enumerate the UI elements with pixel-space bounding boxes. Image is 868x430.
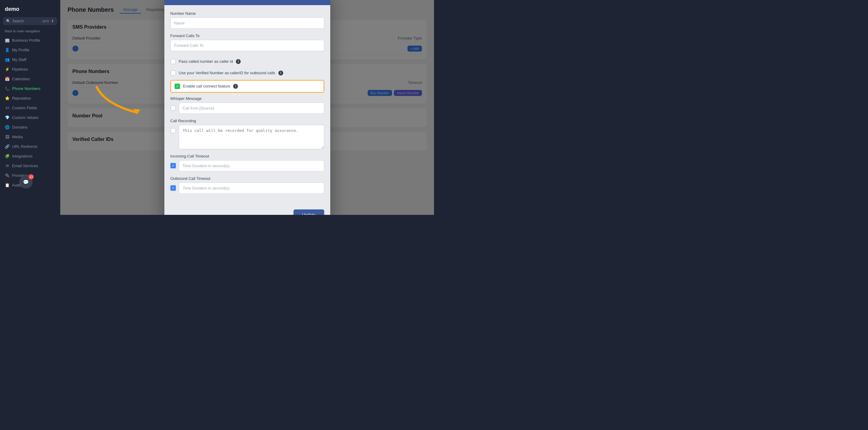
email-icon: ✉: [5, 163, 10, 168]
sidebar-item-label: Custom Values: [12, 115, 38, 120]
sidebar-item-label: Pipelines: [12, 67, 28, 71]
forward-calls-label: Forward Calls To: [170, 33, 324, 38]
sidebar-item-label: My Profile: [12, 48, 30, 52]
sidebar-item-label: Reputation: [12, 96, 31, 101]
sidebar-item-label: Calendars: [12, 77, 30, 81]
checkmark-icon: ✓: [172, 186, 175, 190]
sidebar-item-integrations[interactable]: 🧩 Integrations: [0, 151, 60, 161]
incoming-timeout-group: Incoming Call Timeout ✓: [170, 154, 324, 171]
modal-header: Number - +19498285943 ×: [164, 0, 330, 5]
sidebar-item-email-services[interactable]: ✉ Email Services: [0, 161, 60, 171]
sidebar-item-label: Phone Numbers: [12, 86, 40, 91]
search-bar[interactable]: 🔍 Search ctrl K ⬆: [3, 17, 57, 25]
sidebar-item-label: Domains: [12, 125, 27, 130]
sidebar-item-business-profile[interactable]: 🏢 Business Profile: [0, 35, 60, 45]
star-icon: ⭐: [5, 96, 10, 101]
forward-calls-group: Forward Calls To: [170, 33, 324, 51]
forward-calls-input[interactable]: [170, 40, 324, 51]
sidebar-item-media[interactable]: 🖼 Media: [0, 132, 60, 142]
incoming-timeout-checkbox[interactable]: ✓: [170, 163, 176, 168]
sidebar-item-calendars[interactable]: 📅 Calendars: [0, 74, 60, 84]
log-icon: 📋: [5, 182, 10, 188]
globe-icon: 🌐: [5, 125, 10, 130]
image-icon: 🖼: [5, 134, 10, 139]
pass-caller-id-checkbox[interactable]: [170, 59, 176, 64]
sidebar-item-label: Email Services: [12, 164, 38, 168]
sidebar-item-reputation[interactable]: ⭐ Reputation: [0, 93, 60, 103]
sidebar-item-phone-numbers[interactable]: 📞 Phone Numbers: [0, 84, 60, 93]
checkmark-icon: ✓: [176, 85, 179, 88]
modal-title: Number - +19498285943: [170, 0, 224, 0]
modal-overlay[interactable]: Number - +19498285943 × Number Name Forw…: [60, 0, 434, 215]
calendar-icon: 📅: [5, 76, 10, 81]
phone-icon: 📞: [5, 86, 10, 91]
enable-call-connect-row: ✓ Enable call connect feature i: [170, 80, 324, 93]
sidebar-item-label: Media: [12, 135, 23, 139]
fields-icon: 🏷: [5, 105, 10, 110]
use-verified-number-row: Use your Verified Number as callerID for…: [170, 67, 324, 79]
sidebar-item-my-profile[interactable]: 👤 My Profile: [0, 45, 60, 55]
svg-marker-0: [133, 109, 140, 115]
number-name-group: Number Name: [170, 11, 324, 29]
outbound-timeout-row: ✓: [170, 182, 324, 194]
upload-icon: ⬆: [51, 19, 54, 23]
arrow-annotation: [85, 82, 154, 121]
chat-bubble[interactable]: 💬 13: [19, 175, 33, 189]
sidebar: demo 🔍 Search ctrl K ⬆ Back to main navi…: [0, 0, 60, 215]
sidebar-item-label: URL Redirects: [12, 144, 37, 149]
link-icon: 🔗: [5, 144, 10, 149]
call-recording-textarea[interactable]: [179, 125, 324, 149]
sidebar-item-my-staff[interactable]: 👥 My Staff: [0, 55, 60, 64]
puzzle-icon: 🧩: [5, 153, 10, 159]
outbound-timeout-checkbox[interactable]: ✓: [170, 185, 176, 191]
provider-icon: 🔌: [5, 173, 10, 178]
users-icon: 👥: [5, 57, 10, 62]
incoming-timeout-label: Incoming Call Timeout: [170, 154, 324, 159]
whisper-message-input[interactable]: [179, 103, 324, 114]
pipeline-icon: ⚡: [5, 67, 10, 71]
search-label: Search: [12, 19, 24, 23]
back-navigation[interactable]: Back to main navigation: [0, 28, 60, 35]
sidebar-item-label: Custom Fields: [12, 106, 37, 110]
number-name-input[interactable]: [170, 18, 324, 29]
modal-close-button[interactable]: ×: [321, 0, 324, 0]
sidebar-item-url-redirects[interactable]: 🔗 URL Redirects: [0, 142, 60, 151]
enable-call-connect-checkbox[interactable]: ✓: [175, 84, 180, 89]
whisper-message-group: Whisper Message: [170, 96, 324, 114]
user-icon: 👤: [5, 47, 10, 52]
use-verified-number-checkbox[interactable]: [170, 70, 176, 76]
app-logo: demo: [0, 4, 60, 17]
outbound-timeout-label: Outbound Call Timeout: [170, 176, 324, 181]
pass-caller-id-label: Pass called number as caller id: [179, 59, 233, 64]
enable-call-connect-info-icon[interactable]: i: [233, 84, 238, 89]
number-name-label: Number Name: [170, 11, 324, 16]
whisper-message-label: Whisper Message: [170, 96, 324, 101]
pass-caller-id-info-icon[interactable]: i: [236, 59, 241, 64]
call-recording-row: [170, 125, 324, 149]
outbound-timeout-input[interactable]: [179, 182, 324, 194]
outbound-timeout-group: Outbound Call Timeout ✓: [170, 176, 324, 194]
modal-body: Number Name Forward Calls To Pass called…: [164, 5, 330, 205]
sidebar-item-custom-values[interactable]: 💎 Custom Values: [0, 113, 60, 122]
incoming-timeout-row: ✓: [170, 160, 324, 171]
call-recording-checkbox[interactable]: [170, 128, 176, 133]
sidebar-item-domains[interactable]: 🌐 Domains: [0, 122, 60, 132]
call-recording-group: Call Recording: [170, 119, 324, 149]
background-page: demo 🔍 Search ctrl K ⬆ Back to main navi…: [0, 0, 434, 215]
modal-dialog: Number - +19498285943 × Number Name Forw…: [164, 0, 330, 215]
search-shortcut: ctrl K: [42, 20, 49, 23]
chat-notification-badge: 13: [28, 174, 34, 179]
incoming-timeout-input[interactable]: [179, 160, 324, 171]
sidebar-item-label: Integrations: [12, 154, 33, 159]
sidebar-item-pipelines[interactable]: ⚡ Pipelines: [0, 64, 60, 74]
pass-caller-id-row: Pass called number as caller id i: [170, 56, 324, 67]
modal-footer: Update: [164, 205, 330, 215]
whisper-message-checkbox[interactable]: [170, 105, 176, 111]
sidebar-item-custom-fields[interactable]: 🏷 Custom Fields: [0, 103, 60, 113]
building-icon: 🏢: [5, 38, 10, 42]
values-icon: 💎: [5, 115, 10, 120]
whisper-message-row: [170, 103, 324, 114]
main-content: Phone Numbers Manage Regulatory... SMS P…: [60, 0, 434, 215]
update-button[interactable]: Update: [293, 209, 324, 215]
use-verified-number-info-icon[interactable]: i: [278, 70, 283, 76]
